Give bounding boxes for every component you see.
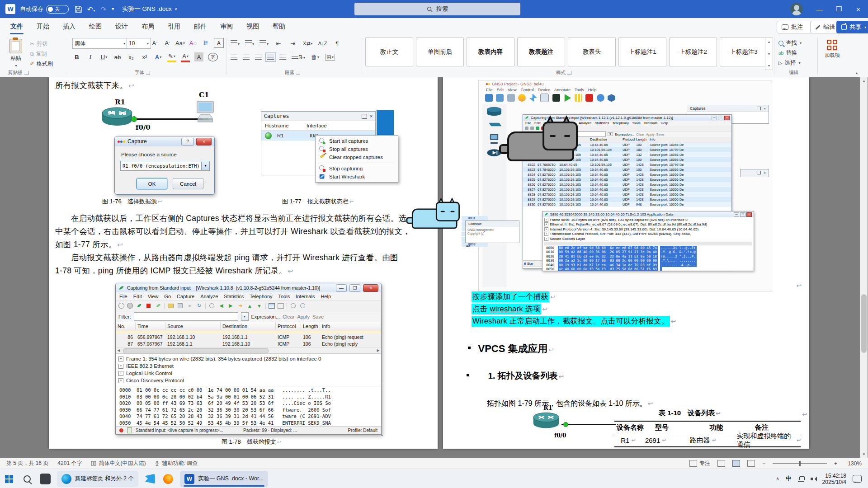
expand-icon[interactable]: + bbox=[544, 237, 548, 241]
menu-item[interactable]: Telephony bbox=[250, 294, 272, 299]
start-all-icon[interactable] bbox=[563, 94, 571, 102]
menu-item[interactable]: Device bbox=[538, 88, 550, 92]
menu-item[interactable]: View bbox=[148, 294, 159, 299]
align-right-button[interactable] bbox=[255, 55, 262, 60]
detail-line[interactable]: +Internet Protocol Version 4, Src: 39.14… bbox=[542, 227, 754, 232]
dialog-launcher-icon[interactable] bbox=[567, 71, 571, 75]
taskbar-search-button[interactable] bbox=[18, 470, 36, 488]
close-button[interactable]: × bbox=[849, 0, 868, 18]
menu-item[interactable]: Tools bbox=[632, 121, 641, 125]
replace-button[interactable]: ab替换 bbox=[778, 48, 802, 58]
zoom-level[interactable]: 130% bbox=[844, 460, 862, 467]
web-layout-icon[interactable] bbox=[747, 460, 755, 467]
autosave-switch-icon[interactable]: 关 bbox=[46, 5, 69, 14]
packet-row[interactable]: 883067.827602010.106.59.105 10.64.40.65U… bbox=[523, 202, 731, 207]
language-indicator[interactable]: 简体中文(中国大陆) bbox=[91, 460, 146, 467]
float-panel-icon[interactable] bbox=[757, 107, 761, 110]
cancel-button[interactable]: Cancel bbox=[173, 178, 203, 189]
taskbar-clock[interactable]: 15:42:18 2025/10/4 bbox=[822, 473, 846, 485]
volume-icon[interactable] bbox=[811, 477, 816, 481]
word-count[interactable]: 4201 个字 bbox=[57, 460, 82, 467]
paste-button[interactable]: 粘贴▾ bbox=[4, 37, 28, 70]
packet-row[interactable]: 882567.827602010.106.59.105 10.64.40.65U… bbox=[523, 177, 731, 182]
expand-icon[interactable]: + bbox=[118, 357, 123, 361]
ribbon-tab[interactable]: 布局 bbox=[136, 19, 160, 34]
highlight-color-button[interactable]: ✎▾ bbox=[167, 52, 176, 62]
font-color-button[interactable]: A▾ bbox=[181, 52, 190, 62]
style-item[interactable]: 教表内容 bbox=[467, 38, 514, 66]
maximize-button[interactable]: ❐ bbox=[349, 284, 360, 292]
dialog-close-button[interactable]: × bbox=[196, 138, 212, 145]
packet-row[interactable]: 882967.827602010.106.59.105 10.64.40.65U… bbox=[523, 197, 731, 202]
menu-item-clear-stopped[interactable]: Clear stopped captures bbox=[316, 153, 397, 161]
save-button[interactable]: Save bbox=[312, 314, 324, 319]
detail-line[interactable]: +IEEE 802.3 Ethernet bbox=[116, 362, 381, 370]
taskbar-firefox[interactable] bbox=[159, 470, 177, 488]
topology-icon[interactable] bbox=[529, 94, 537, 102]
close-panel-icon[interactable]: × bbox=[370, 114, 373, 119]
zoom-in-button[interactable]: + bbox=[834, 460, 837, 467]
ribbon-tab[interactable]: 设计 bbox=[109, 19, 134, 34]
cut-button[interactable]: ✂剪切 bbox=[30, 39, 53, 49]
dialog-launcher-icon[interactable] bbox=[24, 71, 28, 75]
style-item[interactable]: 上标题注2 bbox=[669, 38, 717, 66]
filter-input[interactable] bbox=[134, 312, 238, 321]
document-page-2[interactable]: GNS3 Project - GNS3_bel4u FileEditViewCo… bbox=[443, 77, 809, 449]
autoscroll-icon[interactable] bbox=[278, 303, 284, 309]
bold-button[interactable]: B bbox=[72, 52, 81, 61]
ribbon-tab[interactable]: 绘图 bbox=[83, 19, 108, 34]
style-item[interactable]: 上标题注1 bbox=[618, 38, 666, 66]
decrease-indent-button[interactable]: ⇤ bbox=[274, 39, 283, 48]
increase-indent-button[interactable]: ⇥ bbox=[288, 39, 297, 48]
menu-item[interactable]: Control bbox=[520, 88, 533, 92]
read-mode-icon[interactable] bbox=[717, 460, 725, 467]
dialog-launcher-icon[interactable] bbox=[146, 71, 150, 75]
sort-button[interactable]: A↓Z bbox=[318, 39, 327, 48]
print-layout-icon[interactable] bbox=[732, 460, 740, 467]
menu-item[interactable]: View bbox=[508, 88, 516, 92]
scroll-down-icon[interactable]: ▼ bbox=[860, 450, 868, 458]
document-page-1[interactable]: 所有报文截获下来。↩ R1 C1 bbox=[49, 77, 438, 449]
column-header[interactable]: Protocol bbox=[276, 322, 301, 330]
ribbon-tab[interactable]: 插入 bbox=[57, 19, 81, 34]
packet-row[interactable]: 86656.997967192.168.1.10 192.168.1.1ICMP… bbox=[116, 333, 381, 340]
subscript-button[interactable]: x₂ bbox=[127, 52, 136, 61]
capture-options-icon[interactable] bbox=[127, 303, 133, 309]
menu-item-start-wireshark[interactable]: Start Wireshark bbox=[316, 173, 397, 181]
menu-item[interactable]: Help bbox=[321, 294, 331, 299]
numbered-list-button[interactable]: ▾ bbox=[245, 40, 254, 47]
menu-item[interactable]: File bbox=[486, 88, 493, 92]
page-indicator[interactable]: 第 5 页，共 16 页 bbox=[6, 460, 48, 467]
menu-item[interactable]: Help bbox=[588, 88, 597, 92]
zoom-in-icon[interactable] bbox=[290, 302, 297, 309]
packet-row[interactable]: 87657.067967192.168.1.1 192.168.1.10ICMP… bbox=[116, 340, 381, 347]
menu-item[interactable]: Tools bbox=[278, 294, 290, 299]
ribbon-tab[interactable]: 帮助 bbox=[267, 19, 291, 34]
maximize-button[interactable]: □ bbox=[718, 116, 723, 120]
go-forward-icon[interactable]: ▶ bbox=[227, 302, 234, 309]
router-icon[interactable] bbox=[486, 107, 502, 117]
console-prompt[interactable]: => bbox=[466, 244, 471, 248]
float-panel-icon[interactable] bbox=[362, 114, 367, 119]
scroll-up-icon[interactable]: ▲ bbox=[860, 77, 868, 84]
apply-button[interactable]: Apply bbox=[297, 314, 310, 319]
expand-icon[interactable]: + bbox=[544, 232, 548, 236]
expand-icon[interactable]: + bbox=[118, 364, 123, 369]
font-size-select[interactable]: 10▾ bbox=[127, 38, 151, 49]
ribbon-tab[interactable]: 视图 bbox=[241, 19, 265, 34]
column-header[interactable]: Time bbox=[136, 322, 165, 330]
menu-item[interactable]: Tools bbox=[575, 88, 584, 92]
style-item[interactable]: 教表头 bbox=[568, 38, 616, 66]
zoom-slider-thumb[interactable] bbox=[799, 461, 801, 466]
menu-item[interactable]: File bbox=[119, 294, 127, 299]
detail-line[interactable]: +Secure Sockets Layer bbox=[542, 236, 754, 241]
maximize-button[interactable]: □ bbox=[740, 212, 745, 217]
taskbar-edge-group[interactable]: 新建标签页 和另外 2 个 bbox=[57, 471, 138, 487]
menu-item[interactable]: Annotate bbox=[554, 88, 571, 92]
menu-item[interactable]: Internals bbox=[644, 121, 658, 125]
start-button[interactable] bbox=[0, 470, 18, 488]
scrollbar[interactable] bbox=[544, 242, 752, 245]
column-header[interactable]: Destination bbox=[589, 137, 622, 141]
shrink-font-button[interactable]: Aˇ bbox=[163, 38, 172, 47]
stop-capture-icon[interactable] bbox=[145, 302, 152, 309]
